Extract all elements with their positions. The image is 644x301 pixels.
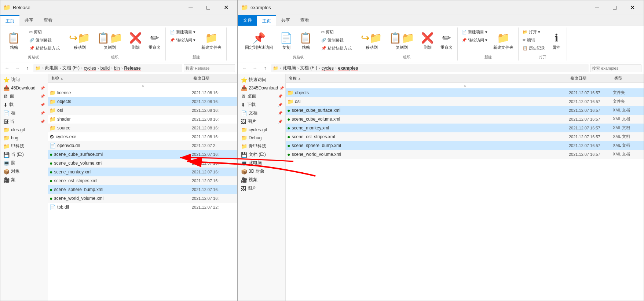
left-sidebar-item-desktop[interactable]: 🖥 面 📌 [0, 92, 48, 100]
left-file-row-scene1[interactable]: ● scene_cube_surface.xml 2021.12.07 16: [48, 150, 237, 159]
right-delete-button[interactable]: ❌ 删除 [418, 28, 436, 54]
right-back-button[interactable]: ← [240, 64, 249, 73]
left-tab-home[interactable]: 主页 [0, 15, 19, 26]
right-address-path[interactable]: 📁 › 此电脑 › 文档 (E:) › cycles › examples [271, 64, 589, 72]
left-file-row-scene6[interactable]: ● scene_world_volume.xml 2021.12.07 16: [48, 194, 237, 203]
left-search-input[interactable] [184, 64, 235, 72]
right-file-row-scene4[interactable]: ● scene_osl_stripes.xml 2021.12.07 16:57… [286, 132, 644, 141]
left-sidebar-item-quickaccess[interactable]: ⭐ 访问 [0, 76, 48, 84]
left-file-row-osl[interactable]: 📁 osl 2021.12.08 16: [48, 106, 237, 115]
left-file-row-scene2[interactable]: ● scene_cube_volume.xml 2021.12.07 16: [48, 159, 237, 168]
right-sidebar-item-doc[interactable]: 📄 文档 📌 [238, 109, 285, 117]
right-copy-path-button[interactable]: 🔗 复制路径 [319, 36, 354, 44]
right-file-row-scene1[interactable]: ● scene_cube_surface.xml 2021.12.07 16:5… [286, 106, 644, 115]
left-move-button[interactable]: ↪📁 移动到 [66, 28, 93, 54]
right-move-button[interactable]: ↪📁 移动到 [358, 28, 385, 54]
left-sidebar-item-dl[interactable]: ⬇ 载 📌 [0, 100, 48, 109]
right-tab-share[interactable]: 共享 [276, 15, 295, 26]
right-file-row-scene3[interactable]: ● scene_monkey.xml 2021.12.07 16:57 XML … [286, 124, 644, 132]
left-up-button[interactable]: ↑ [23, 64, 32, 73]
left-close-button[interactable]: ✕ [217, 2, 234, 14]
left-file-row-scene5[interactable]: ● scene_sphere_bump.xml 2021.12.07 16: [48, 185, 237, 194]
right-tab-file[interactable]: 文件 [238, 15, 257, 26]
right-sidebar-item-video[interactable]: 🎥 视频 [238, 176, 285, 184]
left-back-button[interactable]: ← [3, 64, 11, 73]
left-file-row-source[interactable]: 📁 source 2021.12.08 16: [48, 124, 237, 132]
left-address-path[interactable]: 📁 › 此电脑 › 文档 (E:) › cycles › build › bin… [33, 64, 182, 72]
right-minimize-button[interactable]: ─ [589, 2, 605, 14]
right-paste-shortcut-button[interactable]: 📌 粘贴快捷方式 [319, 44, 354, 52]
right-edit-button[interactable]: ✏ 编辑 [521, 36, 547, 44]
left-file-row-cycles[interactable]: ⚙ cycles.exe 2021.12.08 16: [48, 132, 237, 141]
left-delete-button[interactable]: ❌ 删除 [127, 28, 144, 54]
left-rename-button[interactable]: ✏ 重命名 [146, 28, 163, 54]
left-sidebar-item-qj[interactable]: 📁 甲科技 [0, 142, 48, 150]
right-copy-button[interactable]: 📄 复制 [277, 28, 295, 54]
left-path-cycles[interactable]: cycles [84, 66, 96, 71]
right-path-pc[interactable]: 此电脑 [283, 65, 296, 71]
left-paste-shortcut-button[interactable]: 📌 粘贴快捷方式 [28, 44, 62, 52]
right-sidebar-item-cyclesgit[interactable]: 📁 cycles-git [238, 126, 285, 134]
right-file-row-osl[interactable]: 📁 osl 2021.12.07 16:57 文件夹 [286, 97, 644, 106]
left-new-item-button[interactable]: 📄 新建项目 ▾ [168, 28, 197, 36]
left-copy-path-button[interactable]: 🔗 复制路径 [28, 36, 62, 44]
right-close-button[interactable]: ✕ [624, 2, 641, 14]
right-path-examples[interactable]: examples [338, 66, 358, 71]
right-rename-button[interactable]: ✏ 重命名 [438, 28, 455, 54]
left-sidebar-item-debug[interactable]: 📁 bug [0, 134, 48, 142]
left-file-row-scene4[interactable]: ● scene_osl_stripes.xml 2021.12.07 16: [48, 176, 237, 185]
left-copy-to-button[interactable]: 📋📁 复制到 [94, 28, 125, 54]
right-sidebar-item-pic2[interactable]: 🖼 图片 [238, 184, 285, 192]
right-copy-to-button[interactable]: 📋📁 复制到 [386, 28, 417, 54]
right-up-button[interactable]: ↑ [261, 64, 270, 73]
right-new-folder-button[interactable]: 📁 新建文件夹 [491, 28, 516, 54]
left-cut-button[interactable]: ✂ 剪切 [28, 28, 62, 36]
right-file-row-scene5[interactable]: ● scene_sphere_bump.xml 2021.12.07 16:57… [286, 141, 644, 150]
left-maximize-button[interactable]: □ [200, 2, 217, 14]
left-sidebar-item-driveE[interactable]: 💾 当 (E:) [0, 150, 48, 159]
left-sidebar-item-video[interactable]: 🎥 频 [0, 176, 48, 184]
left-file-row-openvdb[interactable]: 📄 openvdb.dll 2021.12.07 2: [48, 141, 237, 150]
right-open-button[interactable]: 📂 打开 ▾ [521, 28, 547, 36]
left-sidebar-item-3d[interactable]: 📦 对象 [0, 167, 48, 176]
left-minimize-button[interactable]: ─ [182, 2, 199, 14]
right-file-row-objects[interactable]: 📁 objects 2021.12.07 16:57 文件夹 [286, 88, 644, 97]
right-props-button[interactable]: ℹ 属性 [548, 28, 564, 54]
right-paste-button[interactable]: 📋 粘贴 [297, 28, 315, 54]
left-new-folder-button[interactable]: 📁 新建文件夹 [199, 28, 224, 54]
left-sidebar-item-cyclesgit[interactable]: 📁 cles-git [0, 126, 48, 134]
right-sidebar-item-3d[interactable]: 📦 3D 对象 [238, 167, 285, 176]
left-path-release[interactable]: Release [124, 66, 140, 71]
left-path-build[interactable]: build [100, 66, 110, 71]
right-path-cycles[interactable]: cycles [322, 66, 334, 71]
left-path-docs[interactable]: 文档 (E:) [62, 65, 80, 71]
right-col-type[interactable]: 类型 [613, 76, 642, 81]
right-path-docs[interactable]: 文档 (E:) [300, 65, 317, 71]
right-sidebar-item-desktop[interactable]: 🖥 桌面 📌 [238, 92, 285, 100]
right-history-button[interactable]: 📋 历史记录 [521, 44, 547, 52]
left-tab-view[interactable]: 查看 [39, 15, 58, 26]
right-sidebar-item-quickaccess[interactable]: ⭐ 快速访问 [238, 76, 285, 84]
right-maximize-button[interactable]: □ [606, 2, 623, 14]
left-file-row-scene3[interactable]: ● scene_monkey.xml 2021.12.07 16: [48, 168, 237, 176]
left-tab-share[interactable]: 共享 [19, 15, 39, 26]
right-sidebar-item-download[interactable]: 📥 2345Download 📌 [238, 84, 285, 92]
right-sidebar-item-qj[interactable]: 📁 青甲科技 [238, 142, 285, 150]
right-sidebar-item-pic[interactable]: 🖼 图片 📌 [238, 117, 285, 126]
left-paste-button[interactable]: 📋 粘贴 [5, 28, 23, 54]
left-easy-access-button[interactable]: 📌 轻松访问 ▾ [168, 36, 197, 44]
right-col-name[interactable]: 名称 ▲ [287, 76, 569, 81]
right-tab-view[interactable]: 查看 [295, 15, 314, 26]
right-new-item-button[interactable]: 📄 新建项目 ▾ [460, 28, 489, 36]
left-col-name[interactable]: 名称 ▲ [50, 76, 192, 81]
left-sidebar-item-thispc[interactable]: 💻 脑 [0, 159, 48, 167]
right-sidebar-item-thispc[interactable]: 💻 此电脑 [238, 159, 285, 167]
right-col-date[interactable]: 修改日期 [569, 76, 613, 81]
right-sidebar-item-debug[interactable]: 📁 Debug [238, 134, 285, 142]
right-sidebar-item-dl[interactable]: ⬇ 下载 📌 [238, 100, 285, 109]
right-sidebar-item-driveE[interactable]: 💾 文档 (E:) [238, 150, 285, 159]
right-forward-button[interactable]: → [250, 64, 259, 73]
right-cut-button[interactable]: ✂ 剪切 [319, 28, 354, 36]
left-file-row-license[interactable]: 📁 license 2021.12.08 16: [48, 88, 237, 97]
left-file-row-objects[interactable]: 📁 objects 2021.12.08 16: [48, 97, 237, 106]
